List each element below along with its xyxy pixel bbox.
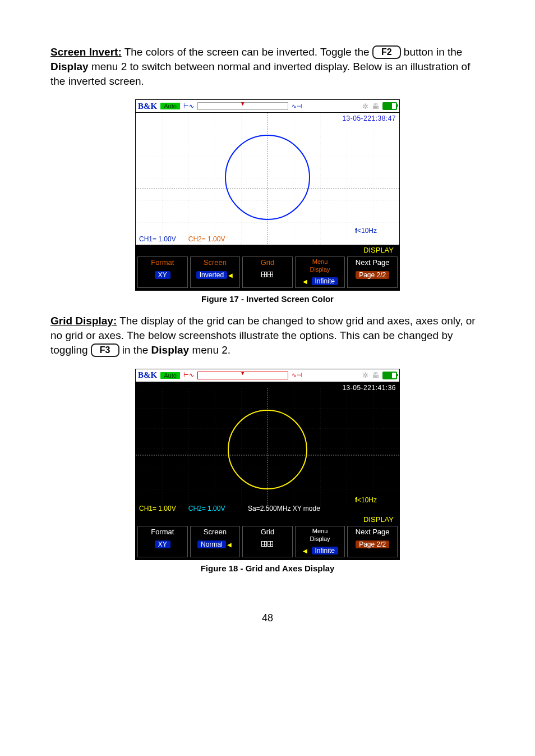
display-label: DISPLAY: [136, 245, 399, 255]
menu-format-label: Format: [139, 258, 186, 267]
menu-menudisplay: Menu Display ◀ Infinite: [295, 526, 345, 557]
menu-screen: Screen Normal◀: [190, 526, 241, 557]
text: in the: [122, 344, 148, 356]
grid-and-circle: [136, 382, 399, 514]
figure-17: B&K Auto ⊢∿ ▼ ∿⊣ ✲ 🖶 13-05-221:38:47: [50, 99, 485, 304]
ch1-label: CH1= 1.00V: [139, 235, 176, 243]
menu-md-label2: Display: [297, 535, 344, 542]
left-arrow-icon: ◀: [227, 272, 234, 278]
menu-next-label: Next Page: [349, 528, 396, 536]
plot-area: 13-05-221:38:47 f<10Hz CH1= 1.00V CH2= 1…: [136, 113, 399, 245]
heading-grid-display: Grid Display:: [50, 315, 117, 327]
waveform-snippet-icon: ∿⊣: [292, 372, 302, 379]
print-icon: 🖶: [372, 102, 379, 111]
menu-format-value: XY: [155, 540, 170, 548]
menu-grid: Grid: [242, 526, 293, 557]
heading-screen-invert: Screen Invert:: [50, 46, 122, 58]
oscilloscope-screenshot-inverted: B&K Auto ⊢∿ ▼ ∿⊣ ✲ 🖶 13-05-221:38:47: [135, 99, 400, 291]
memory-bar: ▼: [197, 102, 288, 110]
menu-md-label2: Display: [297, 266, 344, 273]
menu-next-label: Next Page: [349, 258, 396, 267]
display-label: DISPLAY: [136, 514, 399, 524]
frequency-readout: f<10Hz: [355, 496, 377, 504]
para-grid-display: Grid Display: The display of the grid ca…: [50, 314, 485, 357]
left-arrow-icon: ◀: [302, 278, 308, 285]
figure-18-caption: Figure 18 - Grid and Axes Display: [50, 563, 485, 573]
trigger-pos-icon: ⊢∿: [183, 372, 194, 379]
waveform-snippet-icon: ∿⊣: [292, 103, 302, 110]
menu-nextpage: Next Page Page 2/2: [347, 526, 398, 557]
menu-menudisplay: Menu Display ◀ Infinite: [295, 256, 345, 288]
print-icon: 🖶: [372, 371, 379, 379]
menu-grid-label: Grid: [244, 258, 291, 267]
softkey-menu: Format XY Screen Inverted◀ Grid Menu Dis…: [136, 255, 399, 290]
softkey-menu: Format XY Screen Normal◀ Grid Menu Displ…: [136, 524, 399, 560]
channel-labels: CH1= 1.00V CH2= 1.00V: [139, 235, 225, 243]
ch2-label: CH2= 1.00V: [188, 505, 225, 512]
text: menu 2 to switch between normal and inve…: [50, 61, 470, 87]
channel-labels: CH1= 1.00V CH2= 1.00V: [139, 505, 225, 512]
memory-bar: ▼: [197, 372, 288, 379]
plot-area: 13-05-221:41:36 f<10Hz CH1= 1.00V CH2= 1…: [136, 382, 399, 514]
menu-screen-label: Screen: [192, 528, 239, 536]
menu-format: Format XY: [137, 256, 188, 288]
menu-format: Format XY: [137, 526, 188, 557]
menu-nextpage: Next Page Page 2/2: [347, 256, 398, 288]
menu-screen-label: Screen: [192, 258, 239, 267]
menu-grid-label: Grid: [244, 528, 291, 536]
gear-icon: ✲: [362, 371, 368, 379]
scope-topbar: B&K Auto ⊢∿ ▼ ∿⊣ ✲ 🖶: [136, 369, 399, 382]
ch1-label: CH1= 1.00V: [139, 505, 176, 512]
menu-next-value: Page 2/2: [356, 271, 389, 279]
battery-icon: [382, 102, 397, 110]
grid-full-icon: [261, 272, 267, 277]
grid-full-icon: [268, 272, 273, 277]
menu-name: Display: [151, 344, 190, 356]
brand-logo: B&K: [138, 102, 157, 111]
menu-screen-value: Normal: [197, 540, 226, 548]
grid-and-circle: [136, 113, 399, 245]
menu-next-value: Page 2/2: [356, 540, 389, 548]
brand-logo: B&K: [138, 370, 157, 380]
text: button in the: [404, 46, 463, 58]
menu-md-label1: Menu: [297, 528, 344, 534]
key-f2: F2: [372, 45, 401, 59]
scope-topbar: B&K Auto ⊢∿ ▼ ∿⊣ ✲ 🖶: [136, 100, 399, 113]
trigger-tick-icon: ▼: [240, 100, 246, 107]
key-f3: F3: [91, 343, 119, 357]
para-screen-invert: Screen Invert: The colors of the screen …: [50, 45, 485, 88]
mode-badge: Auto: [160, 372, 180, 379]
figure-18: B&K Auto ⊢∿ ▼ ∿⊣ ✲ 🖶 13-05-221:41:36: [50, 369, 485, 573]
ch2-label: CH2= 1.00V: [188, 235, 225, 243]
menu-md-value: Infinite: [312, 547, 338, 555]
menu-format-label: Format: [139, 528, 186, 536]
menu-screen-value: Inverted: [196, 271, 227, 279]
menu-grid: Grid: [242, 256, 293, 288]
figure-17-caption: Figure 17 - Inverted Screen Color: [50, 294, 485, 304]
menu-md-value: Infinite: [312, 277, 338, 285]
mode-badge: Auto: [160, 103, 180, 109]
oscilloscope-screenshot-normal: B&K Auto ⊢∿ ▼ ∿⊣ ✲ 🖶 13-05-221:41:36: [135, 369, 400, 560]
left-arrow-icon: ◀: [302, 548, 308, 554]
grid-full-icon: [261, 541, 267, 547]
sample-info: Sa=2.500MHz XY mode: [248, 505, 320, 512]
text: menu 2.: [192, 344, 230, 356]
frequency-readout: f<10Hz: [355, 227, 377, 235]
left-arrow-icon: ◀: [226, 542, 233, 548]
gear-icon: ✲: [362, 102, 368, 111]
grid-full-icon: [268, 541, 273, 547]
page-number: 48: [50, 612, 485, 624]
menu-md-label1: Menu: [297, 258, 344, 265]
menu-screen: Screen Inverted◀: [190, 256, 241, 288]
menu-name: Display: [50, 61, 89, 72]
trigger-pos-icon: ⊢∿: [183, 103, 194, 110]
menu-format-value: XY: [155, 271, 170, 279]
battery-icon: [382, 372, 397, 379]
text: The colors of the screen can be inverted…: [124, 46, 370, 58]
trigger-tick-icon: ▼: [240, 370, 246, 376]
